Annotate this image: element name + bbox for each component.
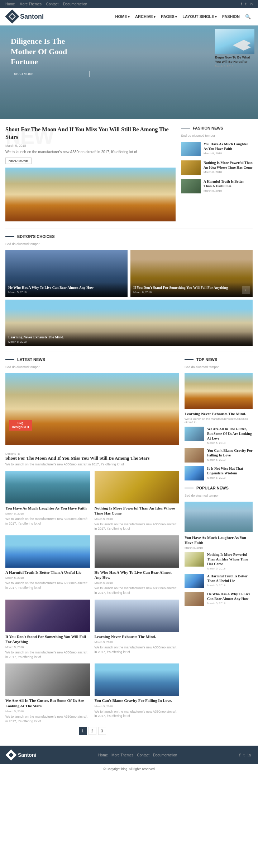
footer-linkedin-icon[interactable]: in bbox=[248, 752, 251, 758]
editor-card-date-2: March 8, 2018 bbox=[133, 291, 250, 294]
top-news-item-3[interactable]: It Is Not Wise Hat That Engenders Wisdom… bbox=[185, 466, 253, 480]
latest-card-7[interactable]: We Are All In The Gutter, But Some Of Us… bbox=[5, 663, 90, 723]
top-news-title: TOP NEWS bbox=[196, 357, 217, 362]
fashion-item-1[interactable]: You Have As Much Laughter As You Have Fa… bbox=[181, 142, 253, 156]
fashion-subtitle: Sed do eiusmod tempor bbox=[181, 134, 253, 137]
top-news-text-1: We Are All In The Gutter, But Some Of Us… bbox=[207, 427, 253, 445]
top-news-item-date-1: March 5, 2018 bbox=[207, 441, 253, 445]
page-2-button[interactable]: 2 bbox=[89, 727, 96, 735]
nav-home[interactable]: HOME bbox=[115, 14, 130, 19]
logo[interactable]: Santoni bbox=[7, 11, 44, 22]
latest-header: LATEST NEWS bbox=[5, 357, 179, 362]
topbar-contact[interactable]: Contact bbox=[46, 2, 58, 6]
latest-card-date-2: March 5, 2018 bbox=[95, 517, 180, 521]
latest-card-image-1 bbox=[5, 471, 90, 503]
footer-logo-icon bbox=[5, 750, 16, 761]
latest-card-date-7: March 5, 2018 bbox=[5, 710, 90, 713]
fashion-item-2[interactable]: Nothing Is More Powerful Than An Idea Wh… bbox=[181, 160, 253, 175]
popular-item-3[interactable]: He Who Has A Why To Live Can Bear Almost… bbox=[185, 592, 253, 606]
editor-card-overlay-2: If You Don't Stand For Something You Wil… bbox=[130, 282, 253, 297]
latest-card-6[interactable]: Learning Never Exhausts The Mind. March … bbox=[95, 600, 180, 660]
top-news-item-1[interactable]: We Are All In The Gutter, But Some Of Us… bbox=[185, 427, 253, 445]
latest-card-3[interactable]: A Harmful Truth Is Better Than A Useful … bbox=[5, 535, 90, 595]
popular-item-text-2: A Harmful Truth Is Better Than A Useful … bbox=[207, 574, 253, 588]
editor-card-3[interactable]: Learning Never Exhausts The Mind. March … bbox=[5, 300, 253, 346]
top-news-image-1 bbox=[185, 427, 204, 441]
search-icon[interactable]: 🔍 bbox=[245, 14, 251, 19]
news-watermark: NEW bbox=[5, 124, 53, 149]
latest-card-2[interactable]: Nothing Is More Powerful Than An Idea Wh… bbox=[95, 471, 180, 531]
editor-card-2[interactable]: If You Don't Stand For Something You Wil… bbox=[130, 250, 253, 297]
nav-layout-single[interactable]: LAYOUT SINGLE bbox=[182, 14, 217, 19]
latest-card-text-4: We to launch on the manufacturer's new A… bbox=[95, 586, 180, 595]
top-news-text-2: You Can't Blame Gravity For Falling In L… bbox=[207, 448, 253, 461]
page-1-button[interactable]: 1 bbox=[79, 727, 87, 735]
latest-featured-title[interactable]: Shoot For The Moon And If You Miss You W… bbox=[5, 455, 179, 461]
popular-item-date-1: March 5, 2018 bbox=[207, 567, 253, 570]
footer-contact[interactable]: Contact bbox=[137, 753, 149, 757]
popular-item-1[interactable]: Nothing Is More Powerful Than An Idea Wh… bbox=[185, 552, 253, 570]
latest-card-date-4: March 5, 2018 bbox=[95, 581, 180, 585]
fashion-item-date-1: March 8, 2018 bbox=[204, 152, 253, 155]
popular-item-image-2 bbox=[185, 574, 204, 588]
popular-item-text-1: Nothing Is More Powerful Than An Idea Wh… bbox=[207, 552, 253, 570]
popular-item-2[interactable]: A Harmful Truth Is Better Than A Useful … bbox=[185, 574, 253, 588]
popular-featured-date: March 5, 2018 bbox=[185, 546, 253, 549]
top-news-item-title-2: You Can't Blame Gravity For Falling In L… bbox=[207, 448, 253, 458]
latest-card-text-7: We to launch on the manufacturer's new A… bbox=[5, 714, 90, 723]
hero-side-caption[interactable]: Begin Now To Be What You Will Be Hereaft… bbox=[215, 56, 254, 64]
fashion-item-3[interactable]: A Harmful Truth Is Better Than A Useful … bbox=[181, 179, 253, 193]
latest-featured[interactable]: Svg DesignSTD bbox=[5, 373, 179, 445]
hero-title: Diligence Is The Mother Of Good Fortune bbox=[11, 36, 90, 67]
footer-twitter-icon[interactable]: t bbox=[243, 752, 244, 758]
top-bar-social: f t in bbox=[239, 2, 253, 6]
popular-section: POPULAR NEWS Sed do eiusmod tempor You H… bbox=[185, 486, 253, 606]
latest-card-date-1: March 5, 2018 bbox=[5, 512, 90, 515]
fashion-item-text-1: You Have As Much Laughter As You Have Fa… bbox=[204, 142, 253, 155]
latest-card-image-6 bbox=[95, 600, 180, 632]
top-news-text-3: It Is Not Wise Hat That Engenders Wisdom… bbox=[207, 466, 253, 479]
editor-card-title-2: If You Don't Stand For Something You Wil… bbox=[133, 285, 250, 290]
nav-archive[interactable]: ARCHIVE bbox=[135, 14, 156, 19]
topbar-more-themes[interactable]: More Themes bbox=[19, 2, 42, 6]
twitter-icon[interactable]: t bbox=[245, 2, 247, 6]
latest-card-title-6: Learning Never Exhausts The Mind. bbox=[95, 634, 180, 639]
linkedin-icon[interactable]: in bbox=[249, 2, 253, 6]
latest-featured-badge: Svg DesignSTD bbox=[9, 420, 32, 431]
main-nav: HOME ARCHIVE PAGES LAYOUT SINGLE FASHION… bbox=[115, 14, 251, 19]
next-arrow-icon[interactable]: › bbox=[242, 286, 250, 294]
editor-card-1[interactable]: He Who Has A Why To Live Can Bear Almost… bbox=[5, 250, 128, 297]
plane-shape bbox=[233, 40, 251, 51]
footer-home[interactable]: Home bbox=[98, 753, 108, 757]
latest-card-1[interactable]: You Have As Much Laughter As You Have Fa… bbox=[5, 471, 90, 531]
facebook-icon[interactable]: f bbox=[241, 2, 242, 6]
popular-item-text-3: He Who Has A Why To Live Can Bear Almost… bbox=[207, 592, 253, 606]
latest-grid: You Have As Much Laughter As You Have Fa… bbox=[5, 471, 179, 723]
topbar-documentation[interactable]: Documentation bbox=[63, 2, 87, 6]
popular-featured-title[interactable]: You Have As Much Laughter As You Have Fa… bbox=[185, 535, 253, 545]
latest-card-text-2: We to launch on the manufacturer's new A… bbox=[95, 522, 180, 531]
nav-pages[interactable]: PAGES bbox=[161, 14, 177, 19]
top-news-featured-title[interactable]: Learning Never Exhausts The Mind. bbox=[185, 411, 253, 416]
latest-card-4[interactable]: He Who Has A Why To Live Can Bear Almost… bbox=[95, 535, 180, 595]
top-news-item-2[interactable]: You Can't Blame Gravity For Falling In L… bbox=[185, 448, 253, 463]
latest-card-8[interactable]: You Can't Blame Gravity For Falling In L… bbox=[95, 663, 180, 723]
topbar-home[interactable]: Home bbox=[5, 2, 15, 6]
latest-card-5[interactable]: If You Don't Stand For Something You Wil… bbox=[5, 600, 90, 660]
editors-grid: He Who Has A Why To Live Can Bear Almost… bbox=[5, 250, 253, 297]
latest-card-date-6: March 5, 2018 bbox=[95, 641, 180, 644]
editors-section: EDITOR'S CHOICES Sed do eiusmod tempor H… bbox=[0, 229, 258, 352]
popular-item-title-1: Nothing Is More Powerful Than An Idea Wh… bbox=[207, 552, 253, 566]
top-bar-nav[interactable]: Home More Themes Contact Documentation bbox=[5, 2, 91, 6]
nav-fashion[interactable]: FASHION bbox=[222, 14, 240, 19]
footer-more-themes[interactable]: More Themes bbox=[111, 753, 134, 757]
footer-logo[interactable]: Santoni bbox=[7, 751, 36, 759]
news-read-more-button[interactable]: READ MORE bbox=[5, 158, 32, 164]
hero-read-more-button[interactable]: READ MORE bbox=[11, 71, 90, 77]
latest-featured-text: We to launch on the manufacturer's new A… bbox=[5, 462, 179, 467]
footer-facebook-icon[interactable]: f bbox=[239, 752, 240, 758]
fashion-item-text-2: Nothing Is More Powerful Than An Idea Wh… bbox=[204, 160, 253, 174]
footer: Santoni Home More Themes Contact Documen… bbox=[0, 746, 258, 764]
page-3-button[interactable]: 3 bbox=[98, 727, 106, 735]
footer-documentation[interactable]: Documentation bbox=[153, 753, 177, 757]
